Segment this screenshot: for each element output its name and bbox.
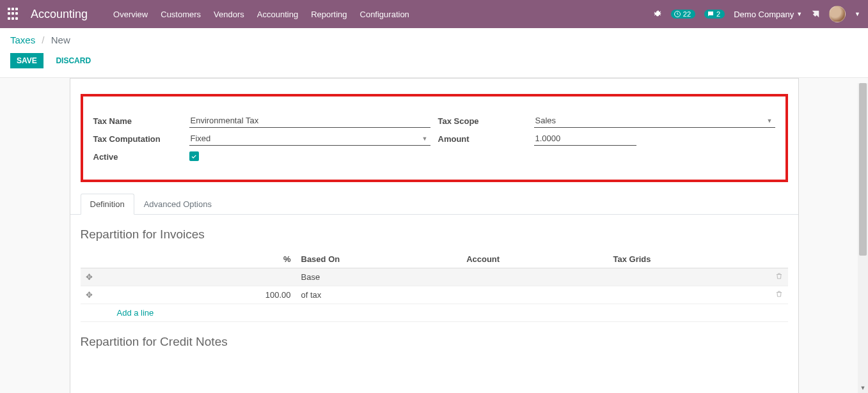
user-avatar[interactable] [829, 6, 846, 22]
nav-vendors[interactable]: Vendors [214, 10, 244, 19]
control-bar: Taxes / New SAVE DISCARD [0, 28, 868, 78]
cell-tax-grids[interactable] [608, 268, 769, 286]
repartition-table: % Based On Account Tax Grids ✥ Base [81, 250, 788, 322]
drag-handle-icon[interactable]: ✥ [81, 268, 98, 286]
chevron-down-icon: ▼ [855, 11, 860, 17]
label-amount: Amount [438, 134, 534, 144]
form-col-left: Tax Name Tax Computation ▼ Active [90, 112, 434, 166]
table-row[interactable]: ✥ 100.00 of tax [81, 286, 788, 304]
col-tax-grids: Tax Grids [608, 250, 769, 268]
col-account: Account [461, 250, 608, 268]
highlight-annotation: Tax Name Tax Computation ▼ Active [81, 94, 788, 182]
activity-count: 22 [683, 10, 691, 18]
save-button[interactable]: SAVE [10, 53, 43, 68]
section-invoices-title: Repartition for Invoices [81, 227, 788, 242]
add-line-link[interactable]: Add a line [98, 308, 154, 318]
activity-badge[interactable]: 22 [671, 10, 695, 19]
cell-tax-grids[interactable] [608, 286, 769, 304]
bug-icon[interactable] [653, 10, 662, 19]
delete-row-icon[interactable] [770, 286, 788, 304]
delete-row-icon[interactable] [770, 268, 788, 286]
top-navbar: Accounting Overview Customers Vendors Ac… [0, 0, 868, 28]
scrollbar[interactable]: ▼ [858, 83, 868, 393]
nav-accounting[interactable]: Accounting [257, 10, 298, 19]
col-based-on: Based On [296, 250, 462, 268]
cell-based-on[interactable]: of tax [296, 286, 462, 304]
label-tax-computation: Tax Computation [93, 134, 189, 144]
sheet-container: Tax Name Tax Computation ▼ Active [0, 78, 868, 393]
cell-percent[interactable]: 100.00 [98, 286, 296, 304]
cell-account[interactable] [461, 268, 608, 286]
col-percent: % [98, 250, 296, 268]
nav-overview[interactable]: Overview [113, 10, 148, 19]
app-brand: Accounting [31, 8, 88, 21]
cell-percent[interactable] [98, 268, 296, 286]
select-tax-computation[interactable] [189, 132, 430, 146]
breadcrumb: Taxes / New [10, 35, 858, 45]
form-col-right: Tax Scope ▼ Amount [434, 112, 779, 166]
section-invoices: Repartition for Invoices % Based On Acco… [70, 215, 798, 322]
nav-customers[interactable]: Customers [161, 10, 201, 19]
messages-count: 2 [716, 10, 720, 18]
scrollbar-thumb[interactable] [859, 83, 867, 256]
form-sheet: Tax Name Tax Computation ▼ Active [70, 78, 799, 393]
section-credit-title: Repartition for Credit Notes [81, 335, 788, 349]
tab-definition[interactable]: Definition [81, 194, 134, 215]
nav-menu: Overview Customers Vendors Accounting Re… [113, 10, 653, 19]
select-tax-scope[interactable] [534, 114, 775, 128]
label-active: Active [93, 152, 189, 162]
tabs: Definition Advanced Options [70, 194, 798, 215]
drag-handle-icon[interactable]: ✥ [81, 286, 98, 304]
checkbox-active[interactable] [189, 151, 199, 161]
breadcrumb-separator: / [42, 35, 44, 45]
table-row[interactable]: ✥ Base [81, 268, 788, 286]
label-tax-name: Tax Name [93, 116, 189, 126]
apps-icon[interactable] [8, 8, 20, 20]
tab-advanced[interactable]: Advanced Options [134, 194, 221, 215]
nav-reporting[interactable]: Reporting [311, 10, 347, 19]
scroll-down-icon[interactable]: ▼ [858, 383, 868, 393]
input-amount[interactable] [534, 132, 636, 146]
discard-button[interactable]: DISCARD [49, 53, 97, 68]
add-line-row: Add a line [81, 304, 788, 322]
input-tax-name[interactable] [189, 114, 430, 128]
breadcrumb-current: New [51, 35, 70, 45]
nav-configuration[interactable]: Configuration [360, 10, 409, 19]
debug-tool-icon[interactable] [811, 10, 820, 19]
chevron-down-icon: ▼ [796, 11, 802, 17]
cell-account[interactable] [461, 286, 608, 304]
section-credit-notes: Repartition for Credit Notes [70, 322, 798, 349]
nav-right: 22 2 Demo Company ▼ ▼ [653, 6, 860, 22]
label-tax-scope: Tax Scope [438, 116, 534, 126]
messages-badge[interactable]: 2 [704, 10, 725, 19]
breadcrumb-root[interactable]: Taxes [10, 35, 35, 45]
cell-based-on[interactable]: Base [296, 268, 462, 286]
company-selector[interactable]: Demo Company ▼ [734, 10, 802, 19]
